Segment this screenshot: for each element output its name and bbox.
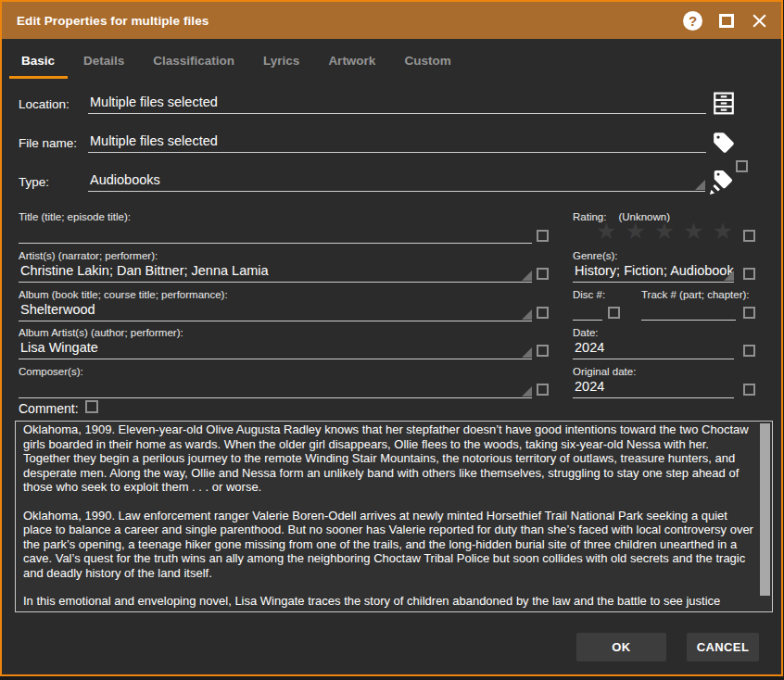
album-artist-dropdown-arrow-icon[interactable] [522,347,532,358]
rating-stars[interactable]: ★★★★★ [596,218,741,245]
file-name-input[interactable]: Multiple files selected [88,133,706,153]
cancel-button[interactable]: CANCEL [687,633,759,661]
comment-paragraph: Oklahoma, 1990. Law enforcement ranger V… [23,509,753,581]
original-date-label: Original date: [573,366,636,377]
star-icon[interactable]: ★ [683,218,712,244]
track-checkbox[interactable] [743,307,755,319]
track-input[interactable] [641,305,736,321]
edit-properties-dialog: Edit Properties for multiple files ? Bas… [0,0,783,676]
tab-lyrics[interactable]: Lyrics [263,54,299,68]
tab-bar: Basic Details Classification Lyrics Artw… [2,39,781,82]
title-value [19,225,532,228]
file-name-label: File name: [19,136,77,150]
title-checkbox[interactable] [537,230,549,242]
composer-checkbox[interactable] [537,384,549,396]
ok-button[interactable]: OK [576,633,666,661]
composer-dropdown-arrow-icon[interactable] [522,386,532,397]
tag-icon[interactable] [712,130,736,159]
genre-checkbox[interactable] [743,268,755,280]
tab-details[interactable]: Details [83,54,124,68]
genre-label: Genre(s): [573,250,618,261]
artist-value: Christine Lakin; Dan Bittner; Jenna Lami… [19,263,532,281]
rating-checkbox[interactable] [743,230,755,242]
composer-value [19,379,532,382]
location-label: Location: [19,97,70,111]
disc-input[interactable] [573,305,602,321]
title-label: Title (title; episode title): [19,211,131,222]
original-date-input[interactable]: 2024 [573,379,734,398]
date-label: Date: [573,327,599,338]
artist-label: Artist(s) (narrator; performer): [19,250,158,261]
tab-artwork[interactable]: Artwork [328,54,375,68]
track-label: Track # (part; chapter): [641,289,750,300]
comment-checkbox[interactable] [85,400,98,413]
composer-dropdown[interactable] [19,379,532,398]
album-artist-dropdown[interactable]: Lisa Wingate [19,340,532,359]
star-icon[interactable]: ★ [596,218,625,244]
date-checkbox[interactable] [743,345,755,357]
file-name-value: Multiple files selected [88,133,706,151]
tab-classification[interactable]: Classification [153,54,234,68]
comment-paragraph: Oklahoma, 1909. Eleven-year-old Olive Au… [23,422,753,495]
date-input[interactable]: 2024 [573,340,734,359]
genre-dropdown-arrow-icon[interactable] [724,271,734,281]
location-value: Multiple files selected [88,94,706,112]
comment-paragraph: In this emotional and enveloping novel, … [23,594,753,612]
artist-checkbox[interactable] [537,268,549,280]
album-artist-checkbox[interactable] [537,345,549,357]
star-icon[interactable]: ★ [654,218,683,244]
title-input[interactable] [19,225,532,244]
comment-scrollbar-thumb[interactable] [760,423,770,596]
dialog-title: Edit Properties for multiple files [17,14,209,28]
date-value: 2024 [573,340,734,358]
type-dropdown-arrow-icon[interactable] [695,180,705,190]
album-dropdown-arrow-icon[interactable] [522,309,532,320]
help-icon[interactable]: ? [683,11,702,31]
album-value: Shelterwood [19,302,532,320]
original-date-value: 2024 [573,379,734,397]
album-artist-value: Lisa Wingate [19,340,532,358]
edit-tag-icon[interactable] [707,169,734,199]
type-value: Audiobooks [88,172,705,190]
type-dropdown[interactable]: Audiobooks [88,172,705,192]
album-dropdown[interactable]: Shelterwood [19,302,532,321]
comment-textarea[interactable]: Oklahoma, 1909. Eleven-year-old Olive Au… [15,421,773,612]
dialog-titlebar[interactable]: Edit Properties for multiple files ? [2,2,781,39]
album-label: Album (book title; course title; perform… [19,289,228,300]
artist-dropdown[interactable]: Christine Lakin; Dan Bittner; Jenna Lami… [19,263,532,283]
composer-label: Composer(s): [19,366,83,377]
album-checkbox[interactable] [537,307,549,319]
close-icon[interactable] [751,12,768,30]
type-label: Type: [19,175,49,189]
type-checkbox[interactable] [736,160,748,172]
track-value [641,305,736,308]
disc-label: Disc #: [573,289,605,300]
location-input[interactable]: Multiple files selected [88,94,706,114]
file-drawer-icon[interactable] [712,91,736,120]
genre-value: History; Fiction; Audiobook [573,263,734,281]
screen: Edit Properties for multiple files ? Bas… [0,0,784,680]
tab-basic[interactable]: Basic [21,54,55,68]
disc-checkbox[interactable] [608,307,620,319]
tab-custom[interactable]: Custom [404,54,450,68]
titlebar-controls: ? [683,11,768,31]
genre-dropdown[interactable]: History; Fiction; Audiobook [573,263,734,283]
artist-dropdown-arrow-icon[interactable] [522,271,532,281]
star-icon[interactable]: ★ [625,218,653,244]
disc-value [573,305,602,308]
star-icon[interactable]: ★ [713,218,741,244]
original-date-checkbox[interactable] [743,384,755,396]
album-artist-label: Album Artist(s) (author; performer): [19,327,183,338]
comment-label: Comment: [19,401,79,416]
maximize-icon[interactable] [719,14,734,28]
